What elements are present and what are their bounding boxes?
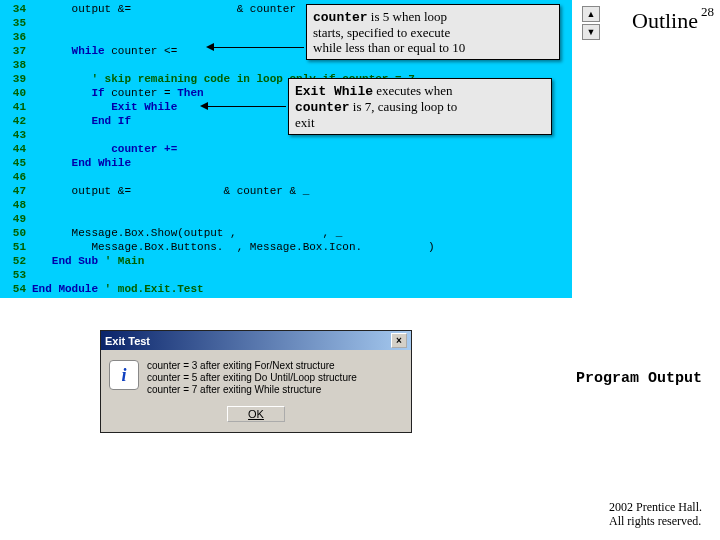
code-text: End Module ' mod.Exit.Test xyxy=(32,282,204,296)
callout1-l2: starts, specified to execute xyxy=(313,25,450,40)
line-number: 47 xyxy=(0,184,32,198)
code-line-38: 38 xyxy=(0,58,572,72)
code-text: output &= & counter xyxy=(32,2,296,16)
line-number: 42 xyxy=(0,114,32,128)
callout2-l3: exit xyxy=(295,115,315,130)
line-number: 53 xyxy=(0,268,32,282)
line-number: 44 xyxy=(0,142,32,156)
code-text xyxy=(32,30,39,44)
code-text xyxy=(32,212,39,226)
line-number: 36 xyxy=(0,30,32,44)
code-text: End If xyxy=(32,114,131,128)
code-line-46: 46 xyxy=(0,170,572,184)
line-number: 34 xyxy=(0,2,32,16)
dialog-title: Exit Test xyxy=(105,335,150,347)
line-number: 49 xyxy=(0,212,32,226)
line-number: 54 xyxy=(0,282,32,296)
copyright-l2: All rights reserved. xyxy=(609,514,701,528)
line-number: 39 xyxy=(0,72,32,86)
code-text xyxy=(32,16,39,30)
line-number: 38 xyxy=(0,58,32,72)
line-number: 37 xyxy=(0,44,32,58)
line-number: 41 xyxy=(0,100,32,114)
callout-counter-start: counter is 5 when loop starts, specified… xyxy=(306,4,560,60)
close-icon[interactable]: × xyxy=(391,333,407,348)
callout1-kw: counter xyxy=(313,10,368,25)
program-output-label: Program Output xyxy=(576,370,702,387)
ok-button[interactable]: OK xyxy=(227,406,285,422)
code-line-50: 50 Message.Box.Show(output , , _ xyxy=(0,226,572,240)
callout1-l1: is 5 when loop xyxy=(368,9,447,24)
dialog-body: i counter = 3 after exiting For/Next str… xyxy=(101,350,411,402)
code-text: Exit While xyxy=(32,100,177,114)
code-text xyxy=(32,198,39,212)
code-line-44: 44 counter += xyxy=(0,142,572,156)
line-number: 43 xyxy=(0,128,32,142)
info-icon: i xyxy=(109,360,139,390)
line-number: 48 xyxy=(0,198,32,212)
message-box: Exit Test × i counter = 3 after exiting … xyxy=(100,330,412,433)
nav-down-button[interactable]: ▼ xyxy=(582,24,600,40)
code-line-53: 53 xyxy=(0,268,572,282)
callout2-l1: executes when xyxy=(373,83,452,98)
code-line-49: 49 xyxy=(0,212,572,226)
arrow-head-1 xyxy=(206,43,214,51)
dialog-button-row: OK xyxy=(101,402,411,432)
code-text: While counter <= xyxy=(32,44,177,58)
copyright-l1: 2002 Prentice Hall. xyxy=(609,500,702,514)
line-number: 51 xyxy=(0,240,32,254)
line-number: 52 xyxy=(0,254,32,268)
code-line-48: 48 xyxy=(0,198,572,212)
arrow-line-2 xyxy=(208,106,286,107)
outline-label: Outline xyxy=(632,8,698,34)
code-text: Message.Box.Show(output , , _ xyxy=(32,226,342,240)
callout2-kw1: Exit While xyxy=(295,84,373,99)
code-text: End While xyxy=(32,156,131,170)
code-text: If counter = Then xyxy=(32,86,204,100)
code-text xyxy=(32,268,39,282)
line-number: 50 xyxy=(0,226,32,240)
code-text xyxy=(32,58,39,72)
callout2-kw2: counter xyxy=(295,100,350,115)
code-line-45: 45 End While xyxy=(0,156,572,170)
code-line-51: 51 Message.Box.Buttons. , Message.Box.Ic… xyxy=(0,240,572,254)
nav-up-button[interactable]: ▲ xyxy=(582,6,600,22)
callout-exit-while: Exit While executes when counter is 7, c… xyxy=(288,78,552,135)
code-text: counter += xyxy=(32,142,177,156)
callout1-l3: while less than or equal to 10 xyxy=(313,40,465,55)
code-text xyxy=(32,128,39,142)
code-text xyxy=(32,170,39,184)
arrow-line-1 xyxy=(214,47,304,48)
dialog-titlebar: Exit Test × xyxy=(101,331,411,350)
page-number: 28 xyxy=(701,4,714,20)
line-number: 35 xyxy=(0,16,32,30)
line-number: 40 xyxy=(0,86,32,100)
code-text: End Sub ' Main xyxy=(32,254,144,268)
code-line-54: 54End Module ' mod.Exit.Test xyxy=(0,282,572,296)
nav-arrows: ▲ ▼ xyxy=(582,6,600,40)
line-number: 46 xyxy=(0,170,32,184)
code-line-47: 47 output &= & counter & _ xyxy=(0,184,572,198)
dialog-text: counter = 3 after exiting For/Next struc… xyxy=(147,360,357,396)
line-number: 45 xyxy=(0,156,32,170)
callout2-l2: is 7, causing loop to xyxy=(350,99,458,114)
code-line-52: 52 End Sub ' Main xyxy=(0,254,572,268)
arrow-head-2 xyxy=(200,102,208,110)
copyright: 2002 Prentice Hall. All rights reserved. xyxy=(609,500,702,528)
code-text: Message.Box.Buttons. , Message.Box.Icon.… xyxy=(32,240,435,254)
code-text: output &= & counter & _ xyxy=(32,184,309,198)
